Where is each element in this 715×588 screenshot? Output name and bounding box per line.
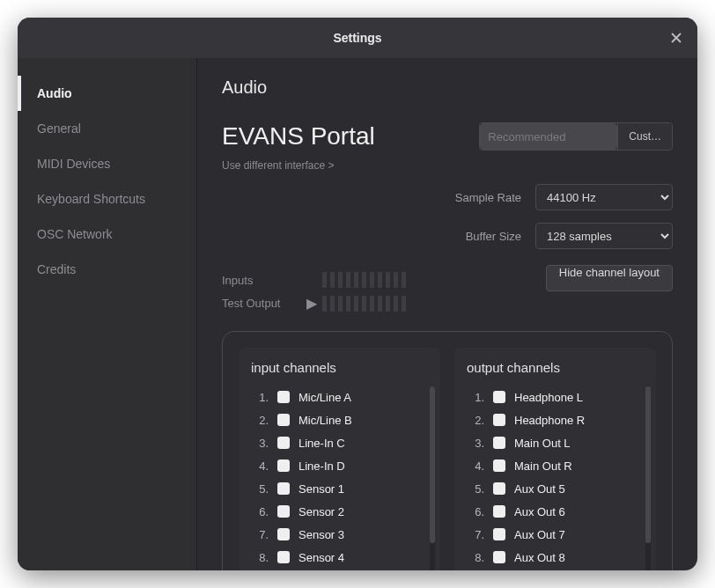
input-channel-label: Mic/Line A: [299, 391, 351, 404]
sidebar-item-credits[interactable]: Credits: [18, 252, 196, 287]
buffer-size-label: Buffer Size: [466, 230, 521, 243]
input-channel-label: Sensor 2: [299, 505, 344, 518]
inputs-label: Inputs: [222, 274, 301, 287]
output-channels-column: output channels 1.Headphone L2.Headphone…: [454, 348, 656, 570]
input-channel-checkbox[interactable]: [277, 551, 290, 563]
test-output-label: Test Output: [222, 297, 301, 310]
preset-segmented-control: Recommended Cust…: [479, 122, 673, 151]
interface-name: EVANS Portal: [222, 122, 375, 151]
channel-number: 1.: [467, 391, 484, 404]
output-channel-label: Aux Out 7: [514, 528, 565, 541]
scrollbar[interactable]: [430, 386, 435, 570]
output-channel-checkbox[interactable]: [493, 391, 505, 403]
preset-recommended-button[interactable]: Recommended: [480, 123, 617, 150]
input-channel-label: Line-In C: [299, 437, 345, 450]
channel-number: 5.: [467, 482, 484, 496]
input-channel-checkbox[interactable]: [277, 437, 290, 449]
output-channel-checkbox[interactable]: [493, 414, 505, 426]
channel-number: 8.: [467, 551, 484, 564]
output-channel-row: 6.Aux Out 6: [467, 500, 647, 523]
close-icon: [669, 31, 683, 45]
channel-number: 3.: [467, 437, 484, 450]
sidebar-item-osc-network[interactable]: OSC Network: [18, 217, 196, 252]
output-channel-label: Headphone L: [514, 391, 583, 404]
output-channel-row: 8.Aux Out 8: [467, 546, 647, 569]
channel-number: 5.: [251, 482, 269, 496]
scrollbar[interactable]: [645, 386, 651, 570]
output-channel-row: 1.Headphone L: [467, 386, 647, 408]
output-channel-row: 3.Main Out L: [467, 431, 647, 454]
channel-number: 8.: [251, 551, 269, 564]
input-channel-label: Line-In D: [299, 459, 345, 473]
input-channel-label: Sensor 3: [299, 528, 344, 541]
input-channel-row: 1.Mic/Line A: [251, 386, 431, 408]
output-channel-row: 2.Headphone R: [467, 408, 647, 431]
sample-rate-select[interactable]: 44100 Hz: [535, 184, 673, 210]
use-different-interface-link[interactable]: Use different interface >: [222, 159, 375, 172]
input-channel-row: 3.Line-In C: [251, 431, 431, 454]
input-channel-row: 8.Sensor 4: [251, 546, 431, 569]
sidebar-item-midi-devices[interactable]: MIDI Devices: [18, 146, 196, 181]
output-channel-row: 4.Main Out R: [467, 454, 647, 477]
input-channel-row: 2.Mic/Line B: [251, 408, 431, 431]
channel-number: 2.: [467, 414, 484, 427]
output-channel-checkbox[interactable]: [493, 459, 505, 472]
output-channel-label: Headphone R: [514, 414, 585, 427]
output-channel-label: Aux Out 5: [514, 482, 565, 496]
channel-number: 1.: [251, 391, 269, 404]
output-channel-row: 5.Aux Out 5: [467, 477, 647, 500]
window-title: Settings: [333, 31, 381, 45]
input-channels-heading: input channels: [251, 360, 431, 375]
output-channel-checkbox[interactable]: [493, 551, 505, 563]
input-channel-checkbox[interactable]: [277, 459, 290, 472]
channel-number: 2.: [251, 414, 269, 427]
channel-number: 3.: [251, 437, 269, 450]
sidebar-item-audio[interactable]: Audio: [18, 76, 196, 111]
play-icon[interactable]: ▶: [301, 295, 322, 312]
channel-number: 4.: [251, 459, 269, 473]
input-channel-checkbox[interactable]: [277, 528, 290, 540]
input-channel-label: Mic/Line B: [299, 414, 352, 427]
input-channel-label: Sensor 4: [299, 551, 344, 564]
output-channel-label: Main Out R: [514, 459, 572, 473]
sample-rate-label: Sample Rate: [455, 191, 521, 204]
input-channel-row: 6.Sensor 2: [251, 500, 431, 523]
input-channel-label: Sensor 1: [299, 482, 344, 496]
channel-layout-panel: input channels 1.Mic/Line A2.Mic/Line B3…: [222, 331, 673, 570]
output-channel-label: Aux Out 6: [514, 505, 565, 518]
input-channel-checkbox[interactable]: [277, 482, 290, 495]
output-channel-checkbox[interactable]: [493, 505, 505, 518]
preset-custom-button[interactable]: Cust…: [617, 123, 672, 150]
input-channels-column: input channels 1.Mic/Line A2.Mic/Line B3…: [239, 348, 440, 570]
buffer-size-select[interactable]: 128 samples: [535, 223, 673, 249]
channel-number: 6.: [467, 505, 484, 518]
input-channel-row: 4.Line-In D: [251, 454, 431, 477]
output-channel-checkbox[interactable]: [493, 482, 505, 495]
output-channel-label: Main Out L: [514, 437, 571, 450]
settings-window: Settings AudioGeneralMIDI DevicesKeyboar…: [18, 18, 697, 570]
close-button[interactable]: [667, 29, 685, 47]
page-heading: Audio: [222, 77, 673, 98]
input-channel-row: 5.Sensor 1: [251, 477, 431, 500]
input-channel-row: 7.Sensor 3: [251, 523, 431, 546]
output-channel-checkbox[interactable]: [493, 437, 505, 449]
input-channel-checkbox[interactable]: [277, 505, 290, 518]
sidebar-item-keyboard-shortcuts[interactable]: Keyboard Shortcuts: [18, 181, 196, 217]
sidebar: AudioGeneralMIDI DevicesKeyboard Shortcu…: [18, 58, 197, 570]
output-channels-heading: output channels: [467, 360, 647, 375]
input-meter: [322, 272, 406, 288]
output-channel-row: 7.Aux Out 7: [467, 523, 647, 546]
input-channel-checkbox[interactable]: [277, 414, 290, 426]
output-channel-label: Aux Out 8: [514, 551, 565, 564]
sidebar-item-general[interactable]: General: [18, 111, 196, 146]
channel-number: 7.: [251, 528, 269, 541]
channel-number: 7.: [467, 528, 484, 541]
output-meter: [322, 296, 406, 312]
main-panel: Audio EVANS Portal Use different interfa…: [197, 58, 697, 570]
hide-channel-layout-button[interactable]: Hide channel layout: [546, 265, 673, 291]
output-channel-checkbox[interactable]: [493, 528, 505, 540]
channel-number: 4.: [467, 459, 484, 473]
channel-number: 6.: [251, 505, 269, 518]
input-channel-checkbox[interactable]: [277, 391, 290, 403]
titlebar: Settings: [18, 18, 697, 58]
